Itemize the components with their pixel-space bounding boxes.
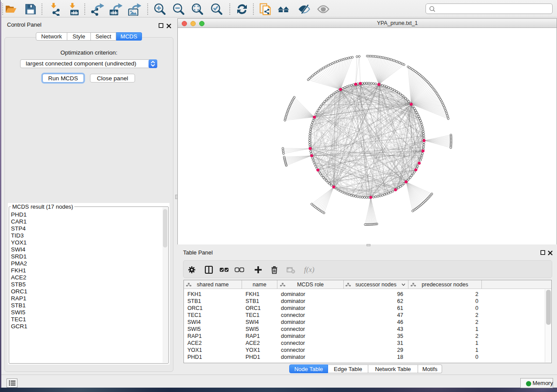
svg-text:f(x): f(x) bbox=[304, 265, 315, 274]
